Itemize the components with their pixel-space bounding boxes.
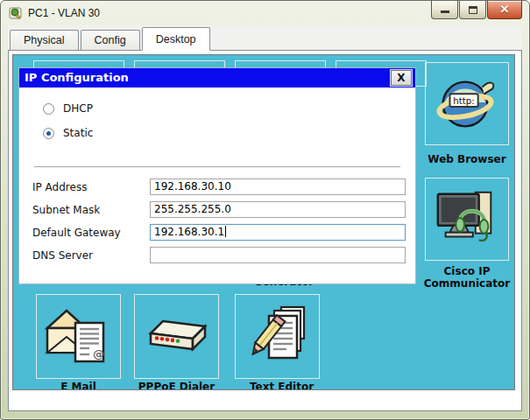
close-icon: ✕ (500, 3, 510, 16)
dialog-close-icon: X (397, 72, 405, 84)
subnet-mask-input[interactable]: 255.255.255.0 (150, 201, 406, 218)
ip-address-label: IP Address (32, 181, 87, 193)
ip-address-value: 192.168.30.10 (154, 180, 231, 192)
packet-tracer-app-icon (9, 6, 23, 20)
window-title: PC1 - VLAN 30 (28, 7, 100, 19)
cisco-ip-communicator-label: Cisco IP Communicator (406, 265, 515, 290)
pppoe-dialer-icon (142, 302, 212, 372)
subnet-mask-label: Subnet Mask (32, 204, 100, 216)
text-editor-label: Text Editor (230, 381, 333, 390)
web-browser-tile[interactable]: http: (425, 62, 509, 145)
email-label: E Mail (27, 381, 130, 390)
text-editor-icon (243, 302, 313, 372)
tab-config[interactable]: Config (81, 30, 140, 50)
static-radio[interactable]: Static (43, 126, 93, 140)
svg-text:@: @ (93, 347, 104, 360)
radio-circle-icon (43, 103, 54, 115)
dns-server-label: DNS Server (32, 249, 93, 262)
tab-bar: Physical Config Desktop (8, 25, 522, 50)
dialog-titlebar[interactable]: IP Configuration (19, 68, 415, 88)
ip-address-row: IP Address 192.168.30.10 (32, 178, 406, 196)
cisco-ip-communicator-icon (433, 186, 501, 254)
maximize-button[interactable] (459, 1, 486, 19)
window-controls: ✕ (430, 1, 522, 19)
tab-config-label: Config (95, 34, 126, 46)
svg-text:http:: http: (453, 95, 474, 105)
dialog-separator (34, 166, 400, 168)
dns-server-input[interactable] (150, 247, 406, 263)
pppoe-dialer-tile[interactable] (134, 294, 219, 379)
tab-physical[interactable]: Physical (10, 30, 79, 50)
subnet-mask-value: 255.255.255.0 (154, 203, 231, 215)
cisco-ip-communicator-tile[interactable] (425, 178, 509, 261)
dns-server-row: DNS Server (32, 247, 406, 264)
tab-desktop[interactable]: Desktop (142, 27, 210, 51)
desktop-tab-page: Generator http: Web Browser (8, 50, 522, 411)
desktop-area: Generator http: Web Browser (12, 54, 515, 390)
ip-address-input[interactable]: 192.168.30.10 (150, 178, 406, 195)
web-browser-label: Web Browser (409, 153, 515, 165)
dialog-title: IP Configuration (25, 71, 129, 84)
radio-selected-icon (43, 128, 54, 139)
email-tile[interactable]: @ (36, 294, 121, 379)
dhcp-radio-label: DHCP (63, 102, 93, 115)
subnet-mask-row: Subnet Mask 255.255.255.0 (32, 201, 406, 219)
default-gateway-value: 192.168.30.1 (154, 226, 224, 238)
web-browser-icon: http: (433, 70, 501, 138)
minimize-icon (441, 10, 449, 13)
static-radio-label: Static (63, 127, 93, 139)
window-titlebar[interactable]: PC1 - VLAN 30 ✕ (1, 1, 529, 25)
minimize-button[interactable] (431, 1, 458, 19)
tab-desktop-label: Desktop (156, 33, 196, 46)
dialog-close-button[interactable]: X (391, 70, 412, 86)
text-caret (225, 226, 226, 237)
pc-device-window: PC1 - VLAN 30 ✕ Physical Config Desktop (0, 0, 530, 420)
close-button[interactable]: ✕ (487, 1, 522, 19)
default-gateway-label: Default Gateway (32, 227, 121, 239)
default-gateway-row: Default Gateway 192.168.30.1 (32, 224, 406, 242)
default-gateway-input[interactable]: 192.168.30.1 (150, 224, 406, 241)
tab-physical-label: Physical (24, 34, 65, 46)
email-icon: @ (44, 302, 114, 372)
text-editor-tile[interactable] (235, 294, 320, 379)
dhcp-radio[interactable]: DHCP (43, 102, 93, 116)
maximize-icon (469, 6, 477, 14)
ip-configuration-dialog: IP Configuration X DHCP Static IP Addres… (18, 67, 416, 284)
pppoe-dialer-label: PPPoE Dialer (125, 381, 228, 390)
